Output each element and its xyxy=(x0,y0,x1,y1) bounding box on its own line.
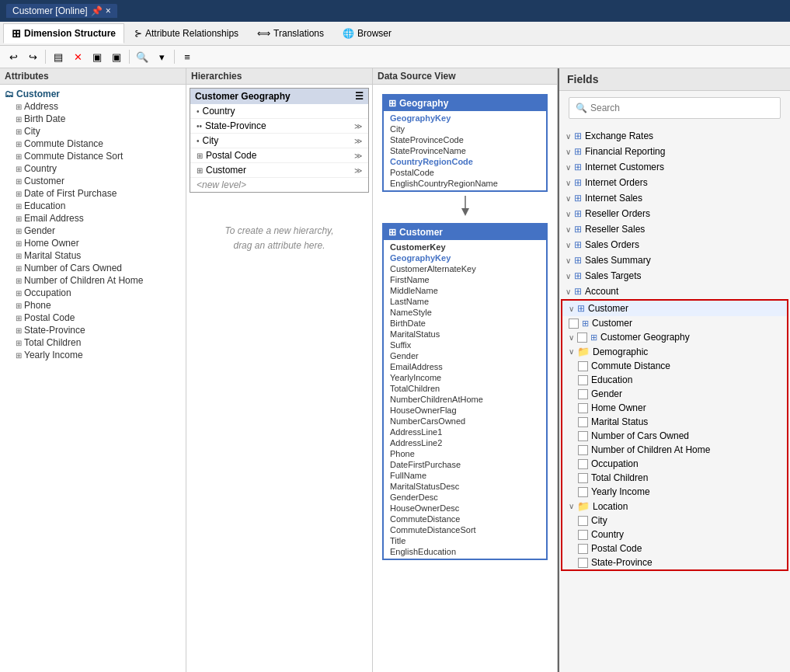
group-label: Financial Reporting xyxy=(585,146,665,157)
field-item-city[interactable]: City xyxy=(562,514,787,528)
field-item-total-children[interactable]: Total Children xyxy=(562,471,787,485)
num-children-label: Number of Children At Home xyxy=(591,444,710,455)
attr-gender[interactable]: ⊞Gender xyxy=(3,225,183,237)
hierarchy-item-country[interactable]: • Country xyxy=(190,104,368,119)
hierarchy-item-customer[interactable]: ⊞ Customer ≫ xyxy=(190,163,368,178)
attr-customer[interactable]: ⊞Customer xyxy=(3,175,183,187)
hierarchy-item-postal[interactable]: ⊞ Postal Code ≫ xyxy=(190,148,368,163)
attr-total-children[interactable]: ⊞Total Children xyxy=(3,336,183,349)
yearly-income-checkbox[interactable] xyxy=(578,487,588,497)
pin-icon[interactable]: 📌 xyxy=(91,5,103,16)
attr-education[interactable]: ⊞Education xyxy=(3,200,183,212)
dsv-row-totalchildren: TotalChildren xyxy=(384,383,546,394)
geography-table-header[interactable]: ⊞ Geography xyxy=(384,96,546,111)
occupation-checkbox[interactable] xyxy=(578,459,588,469)
attr-commute-distance[interactable]: ⊞Commute Distance xyxy=(3,138,183,150)
field-group-exchange-rates[interactable]: ∨ ⊞ Exchange Rates xyxy=(559,128,790,144)
field-group-internet-orders[interactable]: ∨ ⊞ Internet Orders xyxy=(559,175,790,190)
search-wrapper: 🔍 xyxy=(559,91,790,125)
field-item-number-cars-owned[interactable]: Number of Cars Owned xyxy=(562,429,787,443)
field-item-state-province[interactable]: State-Province xyxy=(562,555,787,569)
attr-email-address[interactable]: ⊞Email Address xyxy=(3,212,183,225)
field-group-internet-customers[interactable]: ∨ ⊞ Internet Customers xyxy=(559,159,790,175)
field-item-postal-code[interactable]: Postal Code xyxy=(562,541,787,555)
postal-code-checkbox[interactable] xyxy=(578,544,588,554)
attr-num-children[interactable]: ⊞Number of Children At Home xyxy=(3,274,183,287)
field-item-yearly-income[interactable]: Yearly Income xyxy=(562,485,787,499)
geography-checkbox[interactable] xyxy=(577,333,587,343)
state-province-checkbox[interactable] xyxy=(578,558,588,568)
chevron-down-icon: ∨ xyxy=(566,225,571,234)
country-checkbox[interactable] xyxy=(578,530,588,540)
box-button[interactable]: ▣ xyxy=(89,48,106,65)
redo-button[interactable]: ↪ xyxy=(24,48,41,65)
field-group-financial-reporting[interactable]: ∨ ⊞ Financial Reporting xyxy=(559,144,790,159)
search-input[interactable] xyxy=(590,103,774,113)
tab-browser[interactable]: 🌐 Browser xyxy=(334,24,400,43)
field-group-reseller-orders[interactable]: ∨ ⊞ Reseller Orders xyxy=(559,206,790,221)
attr-phone[interactable]: ⊞Phone xyxy=(3,299,183,312)
field-group-reseller-sales[interactable]: ∨ ⊞ Reseller Sales xyxy=(559,221,790,237)
field-item-education[interactable]: Education xyxy=(562,373,787,387)
hierarchy-header[interactable]: Customer Geography ☰ xyxy=(190,89,368,104)
search-box[interactable]: 🔍 xyxy=(569,97,781,119)
field-item-customer[interactable]: ⊞ Customer xyxy=(562,316,787,330)
field-item-country[interactable]: Country xyxy=(562,528,787,541)
attr-country[interactable]: ⊞Country xyxy=(3,162,183,175)
hierarchy-options-icon[interactable]: ☰ xyxy=(355,91,364,102)
field-group-internet-sales[interactable]: ∨ ⊞ Internet Sales xyxy=(559,190,790,206)
total-children-checkbox[interactable] xyxy=(578,473,588,483)
field-group-sales-summary[interactable]: ∨ ⊞ Sales Summary xyxy=(559,252,790,268)
customer-checkbox[interactable] xyxy=(569,319,579,329)
field-item-occupation[interactable]: Occupation xyxy=(562,457,787,471)
tab-dimension-structure[interactable]: ⊞ Dimension Structure xyxy=(3,23,124,44)
delete-button[interactable]: ✕ xyxy=(69,48,86,65)
attr-address[interactable]: ⊞Address xyxy=(3,100,183,113)
attr-yearly-income[interactable]: ⊞Yearly Income xyxy=(3,349,183,361)
field-group-account[interactable]: ∨ ⊞ Account xyxy=(559,284,790,299)
field-group-customer[interactable]: ∨ ⊞ Customer xyxy=(562,301,787,316)
field-item-home-owner[interactable]: Home Owner xyxy=(562,401,787,415)
field-item-location[interactable]: ∨ 📁 Location xyxy=(562,499,787,514)
box2-button[interactable]: ▣ xyxy=(108,48,125,65)
customer-tab[interactable]: Customer [Online] 📌 × xyxy=(6,4,117,18)
attr-city[interactable]: ⊞City xyxy=(3,125,183,138)
field-item-commute-distance[interactable]: Commute Distance xyxy=(562,359,787,373)
num-children-checkbox[interactable] xyxy=(578,445,588,455)
attr-num-cars[interactable]: ⊞Number of Cars Owned xyxy=(3,262,183,274)
field-group-sales-targets[interactable]: ∨ ⊞ Sales Targets xyxy=(559,268,790,284)
customer-table-header[interactable]: ⊞ Customer xyxy=(384,225,546,240)
zoom-button[interactable]: 🔍 xyxy=(134,48,151,65)
attr-home-owner[interactable]: ⊞Home Owner xyxy=(3,237,183,249)
attr-date-first-purchase[interactable]: ⊞Date of First Purchase xyxy=(3,187,183,200)
attr-marital-status[interactable]: ⊞Marital Status xyxy=(3,249,183,262)
field-item-customer-geography[interactable]: ∨ ⊞ Customer Geography xyxy=(562,330,787,344)
tab-translations[interactable]: ⟺ Translations xyxy=(249,24,332,43)
education-checkbox[interactable] xyxy=(578,375,588,385)
close-icon[interactable]: × xyxy=(106,5,111,16)
attr-commute-distance-sort[interactable]: ⊞Commute Distance Sort xyxy=(3,150,183,162)
grid-button[interactable]: ▤ xyxy=(50,48,67,65)
attr-birth-date[interactable]: ⊞Birth Date xyxy=(3,113,183,125)
hierarchy-item-state[interactable]: •• State-Province ≫ xyxy=(190,119,368,134)
attributes-root[interactable]: 🗂 Customer xyxy=(3,88,183,100)
attr-postal-code[interactable]: ⊞Postal Code xyxy=(3,312,183,324)
zoom-dropdown[interactable]: ▾ xyxy=(153,48,170,65)
commute-distance-checkbox[interactable] xyxy=(578,361,588,371)
undo-button[interactable]: ↩ xyxy=(5,48,22,65)
attr-state-province[interactable]: ⊞State-Province xyxy=(3,324,183,336)
field-item-marital-status[interactable]: Marital Status xyxy=(562,415,787,429)
marital-status-checkbox[interactable] xyxy=(578,417,588,427)
home-owner-checkbox[interactable] xyxy=(578,403,588,413)
field-group-sales-orders[interactable]: ∨ ⊞ Sales Orders xyxy=(559,237,790,252)
city-checkbox[interactable] xyxy=(578,516,588,526)
tab-attribute-relationships[interactable]: ⊱ Attribute Relationships xyxy=(126,24,247,43)
field-item-number-children[interactable]: Number of Children At Home xyxy=(562,443,787,457)
gender-checkbox[interactable] xyxy=(578,389,588,399)
num-cars-checkbox[interactable] xyxy=(578,431,588,441)
menu-button[interactable]: ≡ xyxy=(179,48,196,65)
attr-occupation[interactable]: ⊞Occupation xyxy=(3,287,183,299)
field-item-demographic[interactable]: ∨ 📁 Demographic xyxy=(562,344,787,359)
hierarchy-item-city[interactable]: • City ≫ xyxy=(190,134,368,148)
field-item-gender[interactable]: Gender xyxy=(562,387,787,401)
